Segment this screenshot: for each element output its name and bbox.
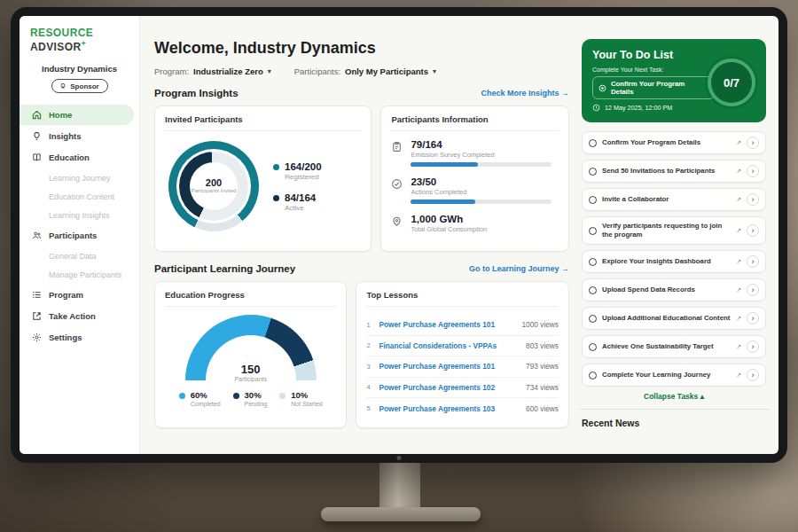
lesson-rank: 3	[366, 363, 379, 371]
invited-total-label: Participants Invited	[192, 188, 237, 195]
task-item-confirm-program[interactable]: Confirm Your Program Details ↗ ›	[582, 131, 766, 154]
check-more-insights-link[interactable]: Check More Insights →	[481, 89, 569, 98]
card-title: Invited Participants	[165, 114, 361, 131]
lesson-link[interactable]: Financial Considerations - VPPAs	[379, 341, 520, 350]
external-link-icon: ↗	[736, 196, 741, 203]
consumption-icon	[391, 215, 403, 227]
participants-select[interactable]: Participants: Only My Participants ▾	[294, 66, 436, 76]
task-item-complete-learning-journey[interactable]: Complete Your Learning Journey ↗ ›	[582, 364, 766, 387]
chevron-down-icon: ▾	[433, 67, 436, 75]
education-legend: 60% Completed 30% Pending	[165, 390, 336, 407]
checkbox-circle-icon[interactable]	[589, 372, 597, 379]
collapse-tasks-link[interactable]: Collapse Tasks ▴	[582, 392, 766, 401]
task-label: Invite a Collaborator	[602, 195, 731, 204]
lesson-link[interactable]: Power Purchase Agreements 101	[379, 362, 520, 371]
pending-dot	[233, 393, 239, 399]
checkbox-circle-icon[interactable]	[589, 343, 597, 351]
sidebar-item-take-action[interactable]: Take Action	[20, 306, 134, 326]
sidebar-item-general-data[interactable]: General Data	[20, 246, 139, 265]
chevron-right-icon[interactable]: ›	[747, 340, 759, 353]
task-item-explore-insights[interactable]: Explore Your Insights Dashboard ↗ ›	[582, 250, 766, 273]
sidebar-item-program[interactable]: Program	[20, 285, 134, 305]
sidebar-item-label: Education Content	[49, 192, 114, 201]
chevron-right-icon[interactable]: ›	[747, 137, 759, 149]
filter-bar: Program: Industrialize Zero ▾ Participan…	[154, 66, 569, 76]
checkbox-circle-icon[interactable]	[589, 139, 597, 147]
sidebar-item-label: Learning Journey	[49, 174, 111, 183]
registered-label: Registered	[285, 173, 322, 181]
task-item-achieve-sustainability-target[interactable]: Achieve One Sustainability Target ↗ ›	[582, 335, 766, 358]
survey-value: 79/164	[411, 139, 559, 150]
sidebar-item-settings[interactable]: Settings	[20, 327, 134, 348]
not-started-dot	[279, 393, 286, 399]
sidebar-item-label: Insights	[49, 131, 81, 141]
sidebar-item-education-content[interactable]: Education Content	[20, 187, 139, 206]
lesson-rank: 1	[366, 321, 379, 329]
chevron-right-icon[interactable]: ›	[747, 255, 759, 268]
dashboard-app: RESOURCE ADVISOR+ Industry Dynamics Spon…	[20, 16, 778, 454]
monitor-bezel: RESOURCE ADVISOR+ Industry Dynamics Spon…	[11, 7, 787, 463]
checkbox-circle-icon[interactable]	[589, 168, 597, 176]
chevron-right-icon[interactable]: ›	[747, 312, 759, 325]
info-row-actions: 23/50 Actions Completed	[391, 176, 559, 204]
task-item-send-invitations[interactable]: Send 50 Invitations to Participants ↗ ›	[582, 160, 766, 183]
checkbox-circle-icon[interactable]	[589, 315, 597, 323]
chevron-right-icon[interactable]: ›	[747, 224, 759, 237]
medal-icon	[59, 82, 66, 90]
active-label: Active	[285, 204, 316, 212]
education-total-label: Participants	[185, 376, 317, 382]
logo-advisor: ADVISOR	[30, 41, 81, 53]
task-label: Complete Your Learning Journey	[602, 371, 731, 379]
completed-dot	[179, 393, 185, 399]
program-insights-header: Program Insights Check More Insights →	[154, 88, 569, 98]
sidebar-item-insights[interactable]: Insights	[20, 126, 134, 146]
task-item-verify-participants[interactable]: Verify participants requesting to join t…	[582, 216, 766, 245]
program-icon	[32, 290, 42, 300]
sponsor-badge[interactable]: Sponsor	[51, 79, 108, 93]
program-value[interactable]: Industrialize Zero	[193, 66, 263, 76]
page-title: Welcome, Industry Dynamics	[154, 39, 569, 58]
lesson-row: 3 Power Purchase Agreements 101 793 view…	[366, 356, 559, 378]
lesson-link[interactable]: Power Purchase Agreements 102	[379, 383, 520, 392]
sidebar-item-label: Participants	[49, 231, 97, 240]
next-task[interactable]: Confirm Your Program Details	[592, 76, 715, 99]
invited-total: 200	[206, 177, 222, 188]
org-name: Industry Dynamics	[20, 64, 139, 74]
registered-dot	[273, 164, 279, 170]
legend-completed: 60% Completed	[179, 390, 221, 407]
lesson-rank: 2	[366, 341, 379, 349]
sidebar-item-home[interactable]: Home	[20, 105, 134, 125]
participants-value[interactable]: Only My Participants	[345, 66, 428, 76]
checkbox-circle-icon[interactable]	[589, 196, 597, 204]
lesson-row: 4 Power Purchase Agreements 102 734 view…	[366, 378, 559, 399]
sidebar-item-learning-journey[interactable]: Learning Journey	[20, 168, 139, 187]
task-item-upload-educational-content[interactable]: Upload Additional Educational Content ↗ …	[582, 307, 766, 330]
education-gauge-chart: 150 Participants	[185, 315, 317, 382]
sidebar-item-education[interactable]: Education	[20, 147, 134, 168]
task-item-invite-collaborator[interactable]: Invite a Collaborator ↗ ›	[582, 188, 766, 211]
sidebar-item-label: Learning Insights	[49, 211, 110, 220]
checkbox-circle-icon[interactable]	[589, 227, 597, 235]
lesson-rank: 4	[366, 383, 379, 391]
monitor-stand-base	[321, 507, 481, 521]
program-select[interactable]: Program: Industrialize Zero ▾	[154, 66, 271, 76]
chevron-right-icon[interactable]: ›	[747, 165, 759, 177]
chevron-right-icon[interactable]: ›	[747, 369, 759, 381]
checkbox-circle-icon[interactable]	[589, 286, 597, 294]
consumption-label: Total Global Consumption	[411, 225, 559, 233]
lesson-views: 734 views	[520, 383, 559, 392]
checkbox-circle-icon[interactable]	[589, 258, 597, 266]
sponsor-label: Sponsor	[70, 82, 98, 90]
sidebar-item-manage-participants[interactable]: Manage Participants	[20, 265, 139, 284]
desk-background: RESOURCE ADVISOR+ Industry Dynamics Spon…	[0, 0, 798, 532]
lesson-link[interactable]: Power Purchase Agreements 101	[379, 320, 516, 329]
lesson-link[interactable]: Power Purchase Agreements 103	[379, 404, 520, 413]
sidebar-item-participants[interactable]: Participants	[20, 225, 134, 246]
legend-pending: 30% Pending	[233, 390, 268, 407]
sidebar-item-learning-insights[interactable]: Learning Insights	[20, 206, 139, 224]
go-to-learning-journey-link[interactable]: Go to Learning Journey →	[469, 264, 569, 273]
task-item-upload-spend-data[interactable]: Upload Spend Data Records ↗ ›	[582, 278, 766, 301]
chevron-right-icon[interactable]: ›	[747, 284, 759, 296]
arrow-right-icon: →	[561, 89, 569, 98]
chevron-right-icon[interactable]: ›	[747, 193, 759, 206]
